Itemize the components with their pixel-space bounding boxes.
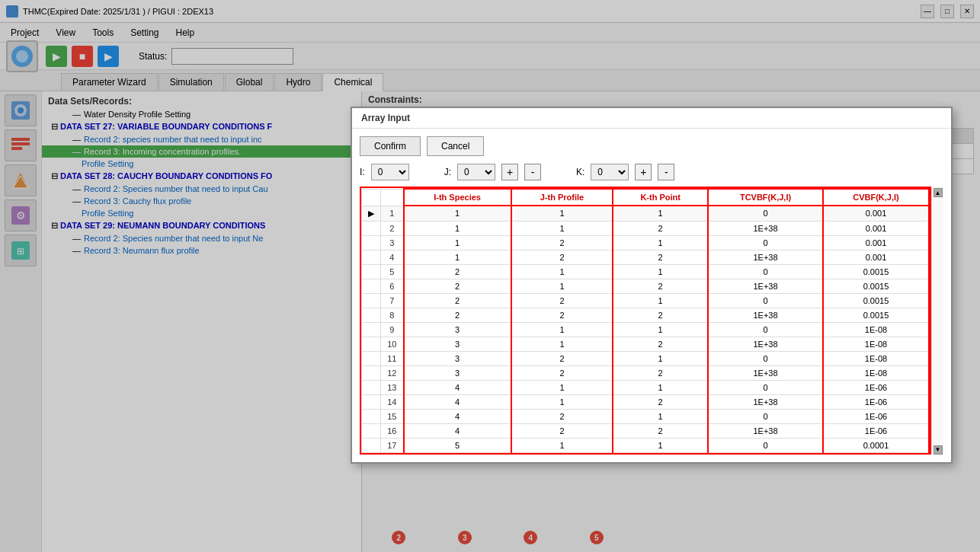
row-arrow-12: [362, 365, 381, 380]
row-cvb-6[interactable]: 0.0015: [823, 279, 929, 293]
row-ith-1[interactable]: 1: [404, 206, 511, 221]
row-kth-12[interactable]: 2: [613, 365, 708, 380]
row-ith-10[interactable]: 3: [404, 337, 511, 351]
i-select[interactable]: 0123: [371, 164, 409, 180]
j-plus-button[interactable]: +: [501, 164, 518, 180]
row-arrow-8: [362, 308, 381, 322]
row-tcv-6[interactable]: 1E+38: [708, 279, 823, 293]
row-cvb-11[interactable]: 1E-08: [823, 351, 929, 365]
row-kth-3[interactable]: 1: [613, 235, 708, 250]
row-ith-3[interactable]: 1: [404, 235, 511, 250]
j-select[interactable]: 012: [457, 164, 495, 180]
row-cvb-16[interactable]: 1E-06: [823, 423, 929, 438]
row-jth-10[interactable]: 1: [511, 337, 613, 351]
row-tcv-2[interactable]: 1E+38: [708, 221, 823, 235]
row-ith-14[interactable]: 4: [404, 394, 511, 409]
row-jth-11[interactable]: 2: [511, 351, 613, 365]
row-jth-6[interactable]: 1: [511, 279, 613, 293]
row-tcv-13[interactable]: 0: [708, 380, 823, 394]
row-tcv-5[interactable]: 0: [708, 264, 823, 279]
row-kth-5[interactable]: 1: [613, 264, 708, 279]
row-kth-15[interactable]: 1: [613, 409, 708, 423]
row-cvb-13[interactable]: 1E-06: [823, 380, 929, 394]
row-tcv-14[interactable]: 1E+38: [708, 394, 823, 409]
row-tcv-3[interactable]: 0: [708, 235, 823, 250]
scrollbar-down[interactable]: ▼: [934, 445, 943, 455]
row-jth-9[interactable]: 1: [511, 322, 613, 337]
row-kth-13[interactable]: 1: [613, 380, 708, 394]
row-tcv-8[interactable]: 1E+38: [708, 308, 823, 322]
row-cvb-3[interactable]: 0.001: [823, 235, 929, 250]
row-kth-2[interactable]: 2: [613, 221, 708, 235]
row-ith-12[interactable]: 3: [404, 365, 511, 380]
row-cvb-15[interactable]: 1E-06: [823, 409, 929, 423]
confirm-button[interactable]: Confirm: [360, 136, 421, 156]
row-jth-13[interactable]: 1: [511, 380, 613, 394]
row-jth-1[interactable]: 1: [511, 206, 613, 221]
row-ith-2[interactable]: 1: [404, 221, 511, 235]
row-tcv-12[interactable]: 1E+38: [708, 365, 823, 380]
row-cvb-10[interactable]: 1E-08: [823, 337, 929, 351]
row-jth-7[interactable]: 2: [511, 293, 613, 308]
row-kth-14[interactable]: 2: [613, 394, 708, 409]
row-jth-5[interactable]: 1: [511, 264, 613, 279]
row-kth-6[interactable]: 2: [613, 279, 708, 293]
row-cvb-17[interactable]: 0.0001: [823, 438, 929, 452]
k-minus-button[interactable]: -: [658, 164, 674, 180]
row-ith-8[interactable]: 2: [404, 308, 511, 322]
row-cvb-2[interactable]: 0.001: [823, 221, 929, 235]
row-kth-16[interactable]: 2: [613, 423, 708, 438]
row-jth-8[interactable]: 2: [511, 308, 613, 322]
row-tcv-17[interactable]: 0: [708, 438, 823, 452]
row-kth-7[interactable]: 1: [613, 293, 708, 308]
row-ith-5[interactable]: 2: [404, 264, 511, 279]
row-kth-1[interactable]: 1: [613, 206, 708, 221]
row-ith-11[interactable]: 3: [404, 351, 511, 365]
row-ith-4[interactable]: 1: [404, 250, 511, 264]
row-ith-7[interactable]: 2: [404, 293, 511, 308]
row-cvb-4[interactable]: 0.001: [823, 250, 929, 264]
row-ith-17[interactable]: 5: [404, 438, 511, 452]
row-kth-11[interactable]: 1: [613, 351, 708, 365]
row-jth-3[interactable]: 2: [511, 235, 613, 250]
row-ith-15[interactable]: 4: [404, 409, 511, 423]
row-tcv-1[interactable]: 0: [708, 206, 823, 221]
row-cvb-12[interactable]: 1E-08: [823, 365, 929, 380]
row-jth-12[interactable]: 2: [511, 365, 613, 380]
row-jth-16[interactable]: 2: [511, 423, 613, 438]
row-tcv-9[interactable]: 0: [708, 322, 823, 337]
modal-overlay: Array Input Confirm Cancel I: 0123 J: 01…: [0, 0, 980, 552]
row-kth-17[interactable]: 1: [613, 438, 708, 452]
row-ith-6[interactable]: 2: [404, 279, 511, 293]
row-ith-16[interactable]: 4: [404, 423, 511, 438]
row-num-6: 6: [381, 279, 404, 293]
row-cvb-9[interactable]: 1E-08: [823, 322, 929, 337]
row-tcv-16[interactable]: 1E+38: [708, 423, 823, 438]
row-kth-4[interactable]: 2: [613, 250, 708, 264]
row-cvb-8[interactable]: 0.0015: [823, 308, 929, 322]
j-minus-button[interactable]: -: [524, 164, 541, 180]
row-ith-9[interactable]: 3: [404, 322, 511, 337]
row-jth-4[interactable]: 2: [511, 250, 613, 264]
row-kth-8[interactable]: 2: [613, 308, 708, 322]
k-plus-button[interactable]: +: [635, 164, 652, 180]
row-tcv-4[interactable]: 1E+38: [708, 250, 823, 264]
row-ith-13[interactable]: 4: [404, 380, 511, 394]
row-tcv-10[interactable]: 1E+38: [708, 337, 823, 351]
row-tcv-15[interactable]: 0: [708, 409, 823, 423]
row-cvb-5[interactable]: 0.0015: [823, 264, 929, 279]
row-tcv-7[interactable]: 0: [708, 293, 823, 308]
k-select[interactable]: 012: [591, 164, 629, 180]
scrollbar-up[interactable]: ▲: [934, 188, 943, 197]
row-jth-14[interactable]: 1: [511, 394, 613, 409]
row-kth-10[interactable]: 2: [613, 337, 708, 351]
cancel-button[interactable]: Cancel: [427, 136, 484, 156]
row-jth-17[interactable]: 1: [511, 438, 613, 452]
row-jth-2[interactable]: 1: [511, 221, 613, 235]
row-kth-9[interactable]: 1: [613, 322, 708, 337]
row-cvb-1[interactable]: 0.001: [823, 206, 929, 221]
row-tcv-11[interactable]: 0: [708, 351, 823, 365]
row-cvb-7[interactable]: 0.0015: [823, 293, 929, 308]
row-jth-15[interactable]: 2: [511, 409, 613, 423]
row-cvb-14[interactable]: 1E-06: [823, 394, 929, 409]
